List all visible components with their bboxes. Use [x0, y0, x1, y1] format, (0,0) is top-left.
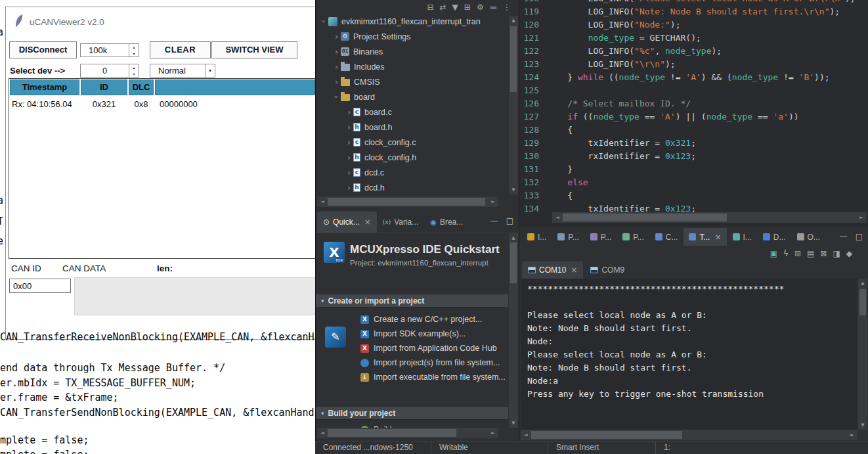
expand-arrow-icon[interactable]: › — [345, 183, 353, 193]
column-header[interactable]: DLC — [129, 79, 154, 95]
expand-arrow-icon[interactable]: › — [332, 32, 341, 41]
scrollbar-thumb[interactable] — [328, 198, 485, 206]
pin-terminal-icon[interactable]: ◆ — [846, 250, 852, 258]
tab-quick[interactable]: ⊙Quick...× — [317, 212, 377, 233]
view-menu-icon[interactable]: ⋮ — [503, 3, 511, 11]
terminal-output[interactable]: ****************************************… — [521, 279, 857, 430]
code-line[interactable]: 129 txIdentifier = 0x321; — [519, 137, 868, 150]
expand-arrow-icon[interactable]: › — [332, 77, 341, 87]
spin-up-icon[interactable]: ▴ — [129, 44, 139, 51]
open-terminal-icon[interactable]: ▣ — [770, 250, 777, 258]
console-view-tab[interactable]: O... — [792, 228, 825, 246]
spin-down-icon[interactable]: ▾ — [129, 71, 139, 78]
maximize-icon[interactable]: □ — [506, 216, 513, 225]
console-view-tab[interactable]: T...× — [684, 228, 726, 246]
column-header[interactable] — [155, 79, 315, 95]
code-line[interactable]: 124 } while ((node_type != 'A') && (node… — [519, 71, 868, 84]
vertical-scrollbar[interactable]: ▲ ▼ — [858, 279, 867, 430]
horizontal-scrollbar[interactable]: ◄ ► — [521, 430, 857, 440]
expand-arrow-icon[interactable]: › — [345, 168, 353, 177]
tree-item-board-h[interactable]: ›hboard.h — [316, 120, 509, 135]
tree-item-clock-config-c[interactable]: ›cclock_config.c — [316, 135, 509, 150]
section-build-your-project[interactable]: ▾ Build your project — [316, 406, 508, 420]
tree-item-board-c[interactable]: ›cboard.c — [316, 104, 509, 120]
expand-arrow-icon[interactable]: › — [332, 62, 341, 72]
code-line[interactable]: 131 } — [519, 163, 868, 176]
minimize-icon[interactable]: — — [490, 216, 498, 225]
horizontal-scrollbar[interactable]: ◄ ► — [317, 428, 498, 438]
spin-down-icon[interactable]: ▾ — [129, 51, 139, 57]
console-view-tab[interactable]: P... — [617, 228, 649, 246]
scroll-down-icon[interactable]: ▼ — [858, 421, 867, 429]
scroll-up-icon[interactable]: ▲ — [858, 279, 867, 287]
tree-item-evkmimxrt1160-flexcan-interrupt-tran[interactable]: ›evkmimxrt1160_flexcan_interrupt_tran — [316, 14, 509, 29]
scrollbar-thumb[interactable] — [510, 242, 517, 283]
scroll-right-icon[interactable]: ► — [848, 430, 857, 440]
column-header[interactable]: Timestamp — [10, 79, 79, 95]
expand-arrow-icon[interactable]: › — [345, 152, 353, 162]
code-line[interactable]: 125 — [519, 84, 868, 97]
close-icon[interactable]: × — [364, 217, 371, 227]
clear-terminal-icon[interactable]: ⊠ — [820, 250, 827, 258]
scroll-up-icon[interactable]: ▲ — [509, 234, 518, 242]
section-create-or-import[interactable]: ▾ Create or import a project — [316, 294, 508, 307]
code-line[interactable]: 132 else — [519, 176, 868, 189]
launch-icon[interactable]: ϟ — [783, 250, 789, 258]
console-view-tab[interactable]: C... — [650, 228, 684, 246]
code-editor[interactable]: 118 LOG_INFO("Please select local node a… — [519, 0, 868, 227]
collapse-all-icon[interactable]: ⊞ — [464, 3, 471, 11]
horizontal-scrollbar[interactable]: ◄ ► — [552, 212, 867, 223]
scroll-left-icon[interactable]: ◄ — [553, 212, 562, 223]
column-header[interactable]: ID — [81, 79, 127, 95]
horizontal-scrollbar[interactable]: ◄ ► — [317, 196, 498, 207]
code-line[interactable]: 119 LOG_INFO("Note: Node B should start … — [519, 5, 868, 18]
close-icon[interactable]: × — [571, 265, 577, 275]
code-line[interactable]: 126 /* Select mailbox ID. */ — [519, 97, 868, 110]
tree-item-dcd-h[interactable]: ›hdcd.h — [316, 180, 509, 195]
scrollbar-thumb[interactable] — [531, 431, 682, 439]
tree-item-project-settings[interactable]: ›⚙Project Settings — [316, 29, 509, 44]
scroll-right-icon[interactable]: ► — [488, 428, 498, 438]
new-terminal-view-icon[interactable]: ⊞ — [794, 250, 801, 258]
code-line[interactable]: 122 LOG_INFO("%c", node_type); — [519, 45, 868, 58]
code-line[interactable]: 118 LOG_INFO("Please select local node a… — [519, 0, 868, 5]
code-line[interactable]: 123 LOG_INFO("\r\n"); — [519, 58, 868, 71]
tree-item-board[interactable]: ›board — [316, 89, 509, 104]
quickstart-item[interactable]: ↓Import executable from file system... — [316, 370, 508, 384]
tree-item-includes[interactable]: ›Includes — [316, 59, 509, 74]
expand-arrow-icon[interactable]: › — [345, 107, 353, 117]
view-settings-icon[interactable]: ⚙ — [477, 3, 484, 11]
expand-arrow-icon[interactable]: › — [345, 137, 353, 147]
minimize-view-icon[interactable]: ⊟ — [427, 3, 433, 11]
collapse-arrow-icon[interactable]: › — [332, 93, 341, 101]
quickstart-item[interactable]: XCreate a new C/C++ project... — [316, 312, 508, 327]
tree-item-cmsis[interactable]: ›CMSIS — [316, 74, 509, 89]
code-line[interactable]: 128 { — [519, 124, 868, 137]
code-line[interactable]: 130 rxIdentifier = 0x123; — [519, 150, 868, 163]
tree-item-clock-config-h[interactable]: ›hclock_config.h — [316, 150, 509, 165]
terminal-tab-com10[interactable]: COM10× — [522, 261, 583, 279]
scroll-right-icon[interactable]: ► — [857, 212, 866, 223]
clear-button[interactable]: CLEAR — [150, 41, 211, 58]
scroll-left-icon[interactable]: ◄ — [318, 196, 327, 207]
toggle-split-icon[interactable]: ◨ — [833, 250, 840, 258]
can-id-input[interactable] — [9, 279, 71, 293]
quickstart-item-build[interactable]: Build... — [316, 422, 399, 428]
can-data-field[interactable] — [74, 277, 316, 315]
scroll-lock-icon[interactable]: ▤ — [807, 250, 814, 258]
console-view-tab[interactable]: I... — [727, 228, 757, 246]
switch-view-button[interactable]: SWITCH VIEW — [211, 41, 297, 58]
disconnect-button[interactable]: DISConnect — [9, 41, 77, 58]
scroll-up-icon[interactable]: ▲ — [509, 16, 518, 24]
vertical-scrollbar[interactable]: ▲ ▼ — [509, 233, 518, 428]
console-view-tab[interactable]: P... — [552, 228, 584, 246]
tab-varia[interactable]: (x)Varia... — [377, 212, 424, 233]
code-line[interactable]: 127 if ((node_type == 'A') || (node_type… — [519, 110, 868, 124]
expand-arrow-icon[interactable]: › — [345, 122, 353, 132]
console-view-tab[interactable]: D... — [758, 228, 791, 246]
scroll-down-icon[interactable]: ▼ — [509, 186, 518, 194]
expand-arrow-icon[interactable]: › — [332, 47, 341, 57]
device-spinner[interactable]: 0 ▴ ▾ — [80, 64, 139, 78]
tab-brea[interactable]: ◉Brea... — [424, 212, 469, 233]
message-row[interactable]: Rx: 04:10:56.040x3210x800000000 — [9, 96, 316, 112]
